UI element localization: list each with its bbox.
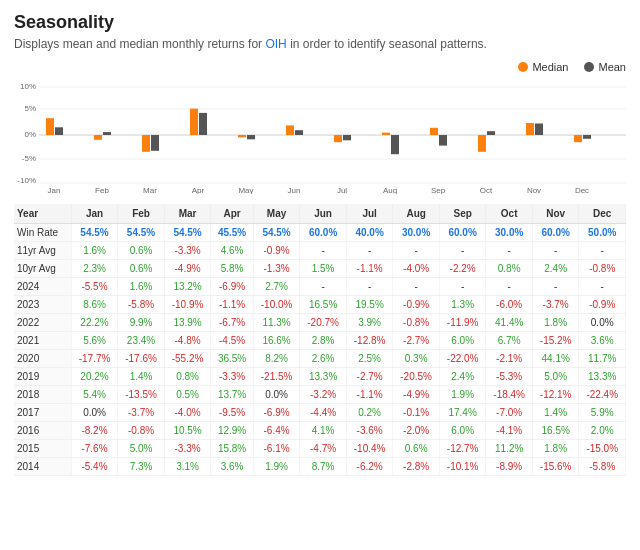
table-cell: -0.9%	[253, 242, 300, 260]
table-cell: -	[439, 278, 486, 296]
table-cell: -7.0%	[486, 404, 533, 422]
bar-feb-mean	[103, 132, 111, 135]
table-cell: -22.0%	[439, 350, 486, 368]
table-cell: -5.8%	[579, 458, 626, 476]
table-cell: -2.2%	[439, 260, 486, 278]
table-cell: -10.4%	[346, 440, 393, 458]
table-cell: -6.7%	[211, 314, 254, 332]
svg-text:Dec: Dec	[575, 186, 589, 194]
table-cell: -5.8%	[118, 296, 165, 314]
svg-text:May: May	[238, 186, 253, 194]
table-header-row: Year Jan Feb Mar Apr May Jun Jul Aug Sep…	[14, 204, 626, 224]
table-cell: 5.0%	[118, 440, 165, 458]
table-cell: 20.2%	[71, 368, 118, 386]
table-cell: -12.7%	[439, 440, 486, 458]
table-row: 2015-7.6%5.0%-3.3%15.8%-6.1%-4.7%-10.4%0…	[14, 440, 626, 458]
table-cell: 4.6%	[211, 242, 254, 260]
bar-aug-median	[382, 133, 390, 135]
svg-text:Mar: Mar	[143, 186, 157, 194]
table-cell: -6.9%	[211, 278, 254, 296]
table-cell: -0.8%	[118, 422, 165, 440]
table-cell: -	[393, 278, 440, 296]
table-cell: 8.2%	[253, 350, 300, 368]
table-cell: -0.8%	[393, 314, 440, 332]
table-cell: 54.5%	[118, 224, 165, 242]
table-cell: -2.7%	[393, 332, 440, 350]
col-jan: Jan	[71, 204, 118, 224]
table-cell: -3.3%	[211, 368, 254, 386]
table-cell: 8.7%	[300, 458, 347, 476]
table-cell: 13.3%	[579, 368, 626, 386]
ticker-link[interactable]: OIH	[265, 37, 286, 51]
table-cell: 40.0%	[346, 224, 393, 242]
table-cell: 2.7%	[253, 278, 300, 296]
col-nov: Nov	[532, 204, 579, 224]
table-cell: 2.4%	[532, 260, 579, 278]
table-cell: -21.5%	[253, 368, 300, 386]
table-cell: 16.6%	[253, 332, 300, 350]
table-cell: -3.7%	[118, 404, 165, 422]
table-cell: -	[346, 278, 393, 296]
table-cell: 0.8%	[164, 368, 211, 386]
table-cell: 1.6%	[71, 242, 118, 260]
table-cell: 0.3%	[393, 350, 440, 368]
cell-year: 2021	[14, 332, 71, 350]
col-apr: Apr	[211, 204, 254, 224]
table-cell: 13.3%	[300, 368, 347, 386]
table-cell: 44.1%	[532, 350, 579, 368]
table-cell: 23.4%	[118, 332, 165, 350]
bar-apr-mean	[199, 113, 207, 135]
cell-year: 2022	[14, 314, 71, 332]
cell-year: 2014	[14, 458, 71, 476]
table-cell: 0.8%	[486, 260, 533, 278]
table-cell: -12.1%	[532, 386, 579, 404]
table-cell: 45.5%	[211, 224, 254, 242]
table-cell: -10.1%	[439, 458, 486, 476]
table-cell: 13.9%	[164, 314, 211, 332]
col-dec: Dec	[579, 204, 626, 224]
table-cell: 0.0%	[253, 386, 300, 404]
svg-text:-10%: -10%	[17, 176, 36, 185]
bar-may-median	[238, 135, 246, 137]
table-row: 2020-17.7%-17.6%-55.2%36.5%8.2%2.6%2.5%0…	[14, 350, 626, 368]
table-row: 2024-5.5%1.6%13.2%-6.9%2.7%-------	[14, 278, 626, 296]
table-cell: -	[579, 242, 626, 260]
table-cell: -0.8%	[579, 260, 626, 278]
table-cell: -3.6%	[346, 422, 393, 440]
table-cell: 2.8%	[300, 332, 347, 350]
table-row: 20238.6%-5.8%-10.9%-1.1%-10.0%16.5%19.5%…	[14, 296, 626, 314]
svg-text:Jun: Jun	[288, 186, 301, 194]
table-cell: -3.7%	[532, 296, 579, 314]
table-cell: -	[486, 278, 533, 296]
bar-jan-mean	[55, 127, 63, 135]
table-cell: 10.5%	[164, 422, 211, 440]
col-year: Year	[14, 204, 71, 224]
main-container: Seasonality Displays mean and median mon…	[0, 0, 640, 488]
table-cell: -12.8%	[346, 332, 393, 350]
table-cell: -	[579, 278, 626, 296]
col-oct: Oct	[486, 204, 533, 224]
table-cell: -6.1%	[253, 440, 300, 458]
table-cell: 4.1%	[300, 422, 347, 440]
table-cell: 0.5%	[164, 386, 211, 404]
table-cell: 30.0%	[393, 224, 440, 242]
bar-aug-mean	[391, 135, 399, 154]
bar-mar-median	[142, 135, 150, 152]
table-cell: 2.3%	[71, 260, 118, 278]
table-cell: -	[439, 242, 486, 260]
table-cell: -20.5%	[393, 368, 440, 386]
table-cell: -	[532, 242, 579, 260]
table-row: 202222.2%9.9%13.9%-6.7%11.3%-20.7%3.9%-0…	[14, 314, 626, 332]
table-cell: -0.9%	[393, 296, 440, 314]
table-cell: -10.0%	[253, 296, 300, 314]
cell-year: 2015	[14, 440, 71, 458]
table-cell: 60.0%	[300, 224, 347, 242]
table-cell: -5.3%	[486, 368, 533, 386]
table-cell: -4.7%	[300, 440, 347, 458]
cell-year: 2017	[14, 404, 71, 422]
table-cell: -17.7%	[71, 350, 118, 368]
page-title: Seasonality	[14, 12, 626, 33]
svg-text:0%: 0%	[24, 130, 36, 139]
table-cell: -4.0%	[393, 260, 440, 278]
table-cell: 54.5%	[164, 224, 211, 242]
